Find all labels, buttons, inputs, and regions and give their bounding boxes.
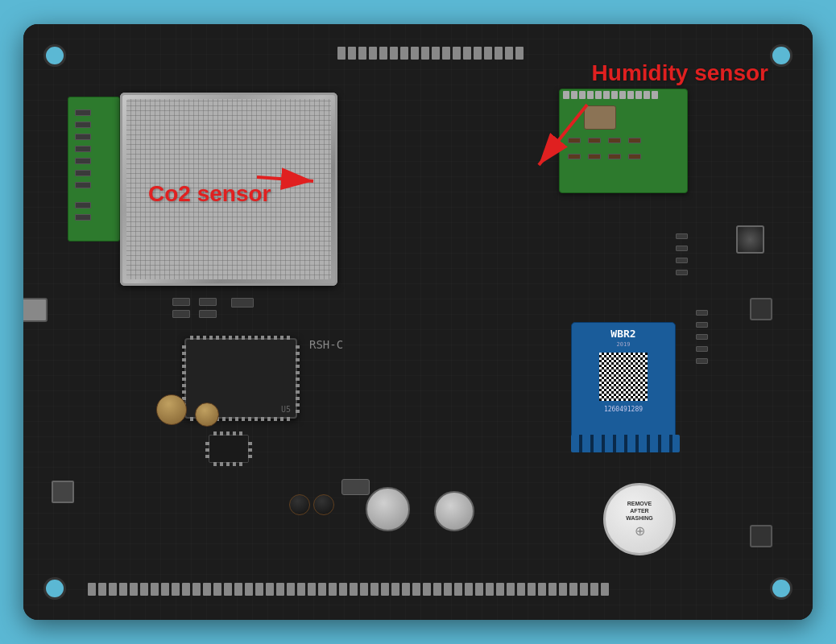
chip-pins-top [190,336,292,340]
chip-pins [205,440,209,458]
pin [140,583,148,596]
pin [255,583,263,596]
pin [412,583,420,596]
disc-line3: WASHING [626,514,652,522]
pin [423,583,431,596]
smd-left-4 [75,146,91,152]
pin [571,91,577,99]
r-right-5 [696,358,708,364]
cap-c31 [172,310,190,318]
pin [192,583,201,596]
mount-hole-tr [770,44,793,67]
humid-r8 [628,154,641,159]
pin [402,583,410,596]
humid-r6 [588,154,601,159]
pin [486,583,494,596]
pin [453,47,461,60]
pin [484,47,492,60]
pin-row-top [337,47,579,58]
disc-line1: REMOVE [626,500,652,507]
pin [559,583,567,596]
chip-pins-right [296,344,300,413]
black-cap-2 [313,494,334,515]
smd-left-5 [75,158,91,164]
pin [644,91,650,99]
humidity-board [559,89,688,193]
tactile-button-1[interactable] [750,298,772,320]
pin [339,583,347,596]
pin [601,583,609,596]
pin [421,47,429,60]
pin [318,583,326,596]
pin [538,583,546,596]
humidity-sensor-chip [584,105,616,130]
chip-pins [213,431,244,436]
tactile-button-2[interactable] [750,525,772,547]
humid-r3 [608,138,621,143]
chip-pins [248,440,252,458]
humid-pins-top [563,91,684,99]
pin [88,583,96,596]
smd-tr-3 [676,258,688,263]
battery-connector [52,481,74,503]
smd-left-3 [75,134,91,140]
humid-r7 [608,154,621,159]
pin [360,583,368,596]
pin [381,583,389,596]
inductor-l3 [341,479,370,495]
cap-c32 [199,310,217,318]
pin [329,583,337,596]
pin [569,583,577,596]
pin [433,583,441,596]
pin [515,47,524,60]
pin [369,47,377,60]
pin [390,47,398,60]
r-right-1 [696,310,708,316]
pin [505,47,513,60]
pin [172,583,180,596]
pin [348,47,356,60]
smd-left-9 [75,214,91,221]
pin-row-bottom [88,583,748,596]
pin [528,583,536,596]
pin [507,583,515,596]
pin [465,583,473,596]
blue-connector [571,435,680,452]
pin [627,91,634,99]
pin [130,583,138,596]
white-disc-component: REMOVE AFTER WASHING ⊕ [603,483,676,555]
pin [266,583,274,596]
pin [474,47,482,60]
chip-pins [213,462,244,466]
pin [454,583,462,596]
pin [203,583,211,596]
pin [475,583,483,596]
black-cap-1 [289,494,310,515]
pin [619,91,626,99]
pin [98,583,106,596]
pin [400,47,408,60]
pin [245,583,253,596]
pin [370,583,379,596]
white-disc-text: REMOVE AFTER WASHING [626,500,652,522]
humid-r5 [568,154,581,159]
smd-left-7 [75,182,91,188]
pin [213,583,221,596]
ic-v12 [209,435,249,463]
pin [652,91,658,99]
humid-r1 [568,138,581,143]
pcb-board: RSH-C WBR2 2019 1260491289 REMOVE AFTER … [23,24,813,620]
pin [161,583,169,596]
pin [109,583,117,596]
disc-symbol: ⊕ [635,523,645,539]
smd-left-1 [75,109,91,116]
r-right-3 [696,334,708,340]
pin [496,583,504,596]
pin [563,91,569,99]
cap-c33 [199,298,217,306]
disc-line2: AFTER [626,507,652,514]
pin [151,583,159,596]
usb-port [23,298,48,322]
pin [297,583,305,596]
wifi-module-id: 1260491289 [572,404,675,415]
